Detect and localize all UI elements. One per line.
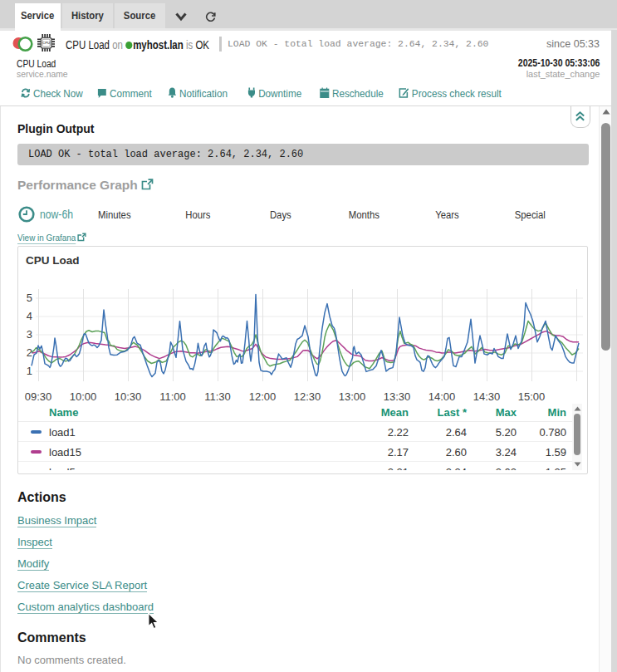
svg-text:2: 2 (27, 346, 32, 359)
svg-text:15:00: 15:00 (518, 390, 546, 403)
svg-text:09:30: 09:30 (25, 390, 52, 403)
svg-text:11:30: 11:30 (204, 390, 231, 403)
svg-text:10:30: 10:30 (115, 390, 142, 403)
svg-text:14:00: 14:00 (428, 390, 456, 403)
svg-text:10:00: 10:00 (70, 390, 97, 403)
svg-text:1: 1 (27, 365, 32, 377)
svg-text:11:00: 11:00 (159, 390, 186, 403)
svg-text:3: 3 (27, 328, 32, 341)
svg-text:13:30: 13:30 (384, 390, 411, 403)
svg-text:12:30: 12:30 (294, 390, 321, 403)
svg-text:14:30: 14:30 (473, 390, 501, 403)
svg-text:4: 4 (27, 310, 32, 322)
svg-text:CPU: CPU (42, 41, 50, 45)
svg-text:12:00: 12:00 (249, 390, 277, 403)
svg-text:13:00: 13:00 (339, 390, 366, 403)
svg-text:5: 5 (27, 292, 32, 304)
